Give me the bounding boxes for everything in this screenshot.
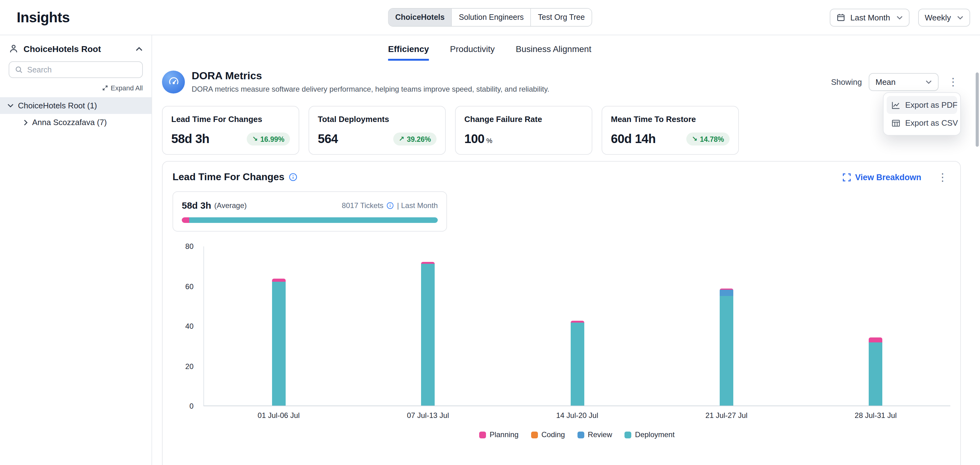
legend-item-planning[interactable]: Planning: [479, 430, 519, 439]
dora-kebab-menu-button[interactable]: ⋮: [945, 77, 961, 87]
trend-up-icon: ↗: [399, 135, 404, 143]
y-tick-label: 60: [185, 282, 194, 291]
bar-segment-planning: [869, 338, 883, 343]
bar-segment-deployment: [421, 264, 435, 406]
metric-value: 564: [318, 132, 338, 146]
stacked-bar[interactable]: [720, 289, 733, 406]
org-icon: [9, 44, 19, 54]
delta-badge: ↗39.26%: [393, 133, 436, 145]
dora-controls: Showing Mean ⋮: [831, 73, 961, 91]
dora-description: DORA metrics measure software delivery p…: [192, 85, 549, 94]
metric-title: Lead Time For Changes: [171, 115, 290, 124]
tab-efficiency[interactable]: Efficiency: [388, 44, 429, 61]
x-tick-label: 21 Jul-27 Jul: [652, 411, 801, 420]
chevron-right-icon: [24, 119, 28, 125]
stacked-bar[interactable]: [570, 321, 584, 406]
delta-badge: ↘16.99%: [247, 133, 290, 145]
tab-business-alignment[interactable]: Business Alignment: [515, 44, 591, 61]
dora-header: DORA Metrics DORA metrics measure softwa…: [162, 70, 961, 94]
bar-segment-deployment: [869, 343, 883, 406]
metric-value: 60d 14h: [611, 132, 656, 146]
org-tab-solution-engineers[interactable]: Solution Engineers: [452, 9, 531, 26]
info-icon[interactable]: [387, 201, 394, 209]
tree-item-anna-scozzafava[interactable]: Anna Scozzafava (7): [0, 114, 151, 131]
delta-value: 14.78%: [700, 135, 724, 143]
bar-group: [801, 246, 950, 406]
bar-group: [652, 246, 801, 406]
metric-card-total-deployments: Total Deployments 564 ↗39.26%: [309, 106, 446, 155]
x-tick-label: 14 Jul-20 Jul: [503, 411, 652, 420]
date-range-select[interactable]: Last Month: [830, 8, 910, 26]
showing-label: Showing: [831, 77, 862, 86]
legend-item-review[interactable]: Review: [577, 430, 612, 439]
stacked-bar[interactable]: [421, 262, 435, 406]
phase-progress-bar: [182, 217, 438, 223]
top-bar: Insights ChoiceHotels Solution Engineers…: [0, 0, 980, 35]
chevron-down-icon: [8, 104, 14, 108]
lead-time-section: Lead Time For Changes View Breakdown ⋮ 5…: [162, 161, 961, 465]
progress-segment-planning: [182, 217, 189, 223]
x-tick-label: 01 Jul-06 Jul: [204, 411, 353, 420]
info-icon[interactable]: [289, 173, 298, 181]
metric-value: 100%: [465, 132, 492, 146]
metric-unit: %: [486, 137, 492, 144]
export-pdf-menu-item[interactable]: Export as PDF: [887, 96, 957, 114]
search-icon: [15, 66, 23, 74]
x-labels: 01 Jul-06 Jul07 Jul-13 Jul14 Jul-20 Jul2…: [204, 411, 950, 420]
stacked-bar[interactable]: [869, 338, 883, 406]
export-csv-menu-item[interactable]: Export as CSV: [887, 114, 957, 132]
chart-line-icon: [892, 101, 900, 109]
section-kebab-menu-button[interactable]: ⋮: [935, 172, 950, 182]
legend-item-deployment[interactable]: Deployment: [624, 430, 675, 439]
app-window: Insights ChoiceHotels Solution Engineers…: [0, 0, 980, 465]
aggregation-value: Mean: [875, 77, 896, 86]
legend-item-coding[interactable]: Coding: [531, 430, 565, 439]
y-tick-label: 80: [185, 242, 194, 251]
x-tick-label: 07 Jul-13 Jul: [353, 411, 503, 420]
expand-all-label: Expand All: [111, 84, 143, 92]
y-tick-label: 40: [185, 322, 194, 331]
vertical-scrollbar-thumb[interactable]: [976, 72, 979, 147]
bar-segment-deployment: [272, 282, 285, 406]
delta-value: 16.99%: [260, 135, 285, 143]
metric-title: Change Failure Rate: [465, 115, 583, 124]
search-input[interactable]: [27, 66, 137, 74]
y-tick-label: 0: [189, 402, 194, 411]
tree-item-label: ChoiceHotels Root (1): [18, 101, 97, 110]
stacked-bar[interactable]: [272, 279, 285, 406]
granularity-select[interactable]: Weekly: [918, 8, 970, 26]
legend-label: Review: [588, 430, 612, 439]
y-tick-label: 20: [185, 362, 194, 371]
view-tabs: Efficiency Productivity Business Alignme…: [388, 44, 591, 61]
sidebar-collapse-button[interactable]: [135, 46, 143, 51]
org-tab-choicehotels[interactable]: ChoiceHotels: [388, 9, 452, 26]
tab-productivity[interactable]: Productivity: [450, 44, 495, 61]
calendar-icon: [837, 13, 846, 22]
bar-group: [204, 246, 353, 406]
tickets-count: 8017 Tickets: [342, 201, 383, 209]
bar-segment-deployment: [720, 296, 733, 406]
menu-item-label: Export as PDF: [905, 100, 958, 110]
trend-down-icon: ↘: [252, 135, 258, 143]
trend-down-icon: ↘: [692, 135, 697, 143]
aggregation-select[interactable]: Mean: [869, 73, 939, 91]
org-tree-sidebar: ChoiceHotels Root Expand All ChoiceHotel…: [0, 35, 152, 465]
chart-legend: PlanningCodingReviewDeployment: [204, 430, 950, 439]
tree-item-choicehotels-root[interactable]: ChoiceHotels Root (1): [0, 97, 151, 114]
sidebar-search: [9, 61, 143, 78]
chevron-down-icon: [896, 15, 902, 19]
chart-plot: [204, 246, 950, 406]
export-menu: Export as PDF Export as CSV: [883, 92, 961, 136]
progress-segment-deployment: [189, 217, 438, 223]
metric-card-change-failure-rate: Change Failure Rate 100%: [455, 106, 592, 155]
view-breakdown-button[interactable]: View Breakdown: [843, 173, 921, 182]
metric-cards-row: Lead Time For Changes 58d 3h ↘16.99% Tot…: [162, 106, 980, 155]
metric-title: Total Deployments: [318, 115, 436, 124]
dora-metrics-icon: [162, 70, 185, 93]
expand-all-button[interactable]: Expand All: [0, 84, 151, 97]
delta-badge: ↘14.78%: [686, 133, 730, 145]
expand-all-icon: [102, 85, 108, 91]
bar-segment-planning: [272, 279, 285, 282]
org-tab-test-org-tree[interactable]: Test Org Tree: [531, 9, 592, 26]
metric-card-lead-time: Lead Time For Changes 58d 3h ↘16.99%: [162, 106, 299, 155]
